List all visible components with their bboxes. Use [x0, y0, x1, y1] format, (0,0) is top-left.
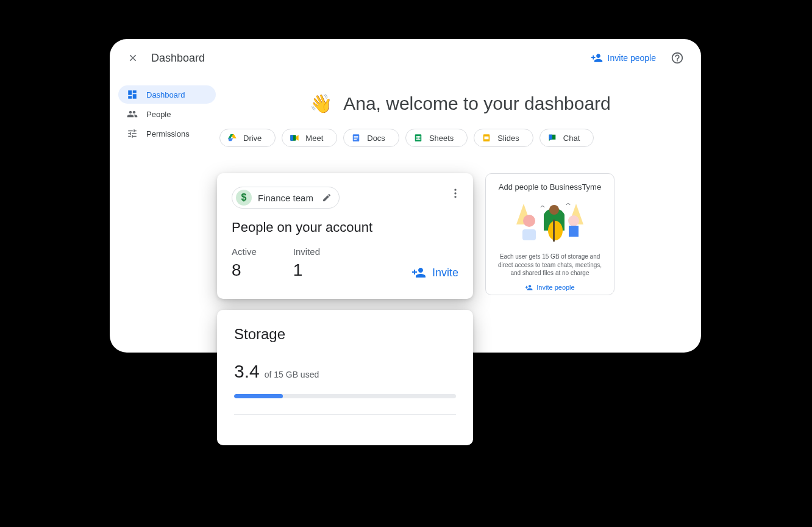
- drive-icon: [227, 133, 237, 143]
- app-chip-sheets[interactable]: Sheets: [405, 129, 468, 147]
- pencil-icon: [322, 193, 332, 203]
- chip-label: Sheets: [429, 134, 454, 143]
- promo-invite-link[interactable]: Invite people: [525, 284, 574, 292]
- invite-people-label: Invite people: [608, 53, 656, 63]
- people-card-title: People on your account: [232, 220, 458, 235]
- close-icon[interactable]: [127, 52, 139, 64]
- storage-progress-fill: [234, 394, 283, 398]
- chip-label: Slides: [497, 134, 519, 143]
- page-title: Dashboard: [151, 52, 205, 65]
- svg-point-17: [454, 196, 456, 198]
- sidebar-item-people[interactable]: People: [118, 105, 216, 123]
- invite-button-label: Invite: [432, 267, 458, 279]
- welcome-text: Ana, welcome to your dashboard: [343, 93, 611, 114]
- svg-rect-4: [354, 136, 358, 137]
- svg-rect-2: [291, 135, 294, 140]
- app-chip-drive[interactable]: Drive: [219, 129, 276, 147]
- app-chips: Drive Meet Docs Sheets: [219, 129, 701, 147]
- stat-invited-label: Invited: [293, 246, 320, 257]
- svg-point-23: [548, 221, 563, 240]
- promo-card: Add people to BusinessTyme Each user get…: [485, 173, 614, 295]
- app-chip-chat[interactable]: Chat: [540, 129, 594, 147]
- stat-active-label: Active: [232, 246, 257, 257]
- stat-active: Active 8: [232, 246, 257, 280]
- welcome-heading: 👋 Ana, welcome to your dashboard: [219, 93, 701, 114]
- svg-point-21: [523, 215, 535, 227]
- svg-rect-24: [553, 220, 555, 242]
- stat-active-value: 8: [232, 260, 257, 280]
- dashboard-icon: [127, 89, 138, 100]
- docs-icon: [351, 133, 361, 143]
- wave-emoji: 👋: [310, 93, 332, 114]
- tune-icon: [127, 128, 138, 139]
- svg-point-15: [454, 189, 456, 191]
- band-illustration-icon: [510, 196, 589, 248]
- stat-invited: Invited 1: [293, 246, 320, 280]
- people-card: $ Finance team People on your account Ac…: [217, 173, 473, 299]
- svg-rect-13: [485, 137, 489, 140]
- storage-card: Storage 3.4 of 15 GB used: [217, 310, 473, 445]
- divider: [234, 414, 456, 415]
- chip-label: Meet: [305, 134, 323, 143]
- chip-label: Drive: [243, 134, 262, 143]
- storage-card-title: Storage: [234, 326, 456, 343]
- invite-button[interactable]: Invite: [411, 265, 458, 280]
- app-chip-slides[interactable]: Slides: [474, 129, 533, 147]
- app-chip-docs[interactable]: Docs: [343, 129, 399, 147]
- svg-rect-5: [354, 137, 358, 138]
- more-menu-icon[interactable]: [449, 187, 462, 200]
- svg-point-25: [568, 215, 579, 226]
- slides-icon: [482, 133, 491, 143]
- svg-point-16: [454, 192, 456, 194]
- sidebar: Dashboard People Permissions: [118, 85, 216, 144]
- meet-icon: [290, 133, 299, 143]
- people-icon: [127, 109, 138, 120]
- svg-rect-11: [418, 136, 418, 140]
- chat-icon: [547, 133, 557, 143]
- sidebar-item-permissions[interactable]: Permissions: [118, 124, 216, 143]
- promo-title: Add people to BusinessTyme: [493, 182, 607, 192]
- svg-rect-26: [569, 226, 579, 237]
- promo-invite-label: Invite people: [536, 284, 574, 291]
- dollar-badge-icon: $: [236, 190, 252, 206]
- main-content: 👋 Ana, welcome to your dashboard Drive M…: [219, 93, 701, 147]
- sidebar-item-label: Dashboard: [146, 90, 185, 99]
- svg-rect-6: [354, 139, 357, 140]
- svg-point-22: [549, 205, 559, 215]
- topbar: Dashboard Invite people: [110, 39, 701, 70]
- storage-progress: [234, 394, 456, 398]
- app-chip-meet[interactable]: Meet: [282, 129, 337, 147]
- promo-description: Each user gets 15 GB of storage and dire…: [493, 253, 607, 278]
- sidebar-item-dashboard[interactable]: Dashboard: [118, 85, 216, 104]
- team-name: Finance team: [258, 193, 313, 203]
- help-icon[interactable]: [671, 51, 684, 65]
- sidebar-item-label: Permissions: [146, 129, 190, 138]
- svg-marker-1: [296, 135, 299, 140]
- chip-label: Chat: [563, 134, 580, 143]
- team-chip[interactable]: $ Finance team: [232, 187, 340, 209]
- sidebar-item-label: People: [146, 110, 171, 119]
- chip-label: Docs: [367, 134, 385, 143]
- svg-rect-20: [522, 229, 536, 240]
- stat-invited-value: 1: [293, 260, 320, 280]
- svg-rect-14: [549, 135, 552, 140]
- invite-people-link[interactable]: Invite people: [591, 52, 656, 64]
- storage-value: 3.4: [234, 361, 260, 382]
- sheets-icon: [413, 133, 423, 143]
- storage-suffix: of 15 GB used: [265, 370, 319, 379]
